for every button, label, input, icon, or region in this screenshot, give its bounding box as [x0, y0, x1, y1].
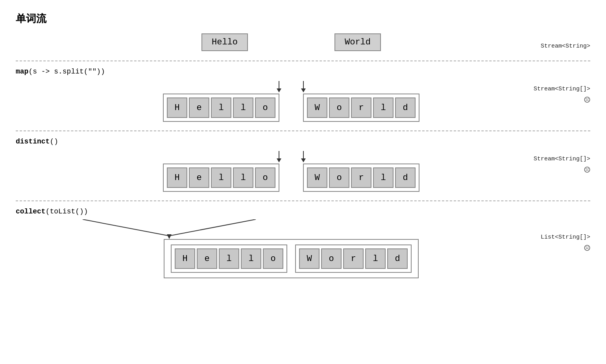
coll-l3: l [365, 248, 386, 269]
map-char-l1: l [211, 97, 231, 118]
stream-type-top: Stream<String> [541, 43, 590, 50]
collect-array-hello: H e l l o [171, 245, 287, 273]
divider-3 [16, 200, 590, 201]
distinct-op-bold: distinct [16, 138, 50, 145]
arrow-down-hello-map [279, 81, 279, 92]
collect-op-bold: collect [16, 208, 46, 215]
coll-o2: o [321, 248, 342, 269]
dist-d: d [395, 167, 416, 188]
svg-line-1 [169, 219, 256, 236]
map-char-e: e [189, 97, 209, 118]
hello-box: Hello [201, 33, 248, 51]
map-op-bold: map [16, 68, 28, 75]
svg-line-0 [83, 219, 169, 236]
map-arrays: H e l l o W o r l d [0, 94, 590, 122]
divider-2 [16, 131, 590, 131]
distinct-section: distinct() H e l l o W o r l [16, 134, 590, 198]
coll-o: o [263, 248, 283, 269]
dist-H: H [167, 167, 187, 188]
collect-op-label: collect(toList()) [16, 208, 590, 215]
map-char-d: d [395, 97, 416, 118]
map-char-r: r [351, 97, 371, 118]
map-char-o2: o [329, 97, 349, 118]
map-right-label: Stream<String[]> ☹ [534, 86, 590, 107]
collect-sad-face: ☹ [584, 242, 590, 255]
map-char-l2: l [233, 97, 253, 118]
distinct-stream-type: Stream<String[]> [534, 156, 590, 162]
stream-label-top: Stream<String> [541, 42, 590, 50]
converge-arrows-svg [0, 219, 346, 239]
coll-W: W [299, 248, 320, 269]
dist-W: W [307, 167, 327, 188]
collect-outer-wrapper: H e l l o W o r l d [0, 239, 590, 278]
distinct-arrows [0, 149, 590, 164]
map-char-W: W [307, 97, 327, 118]
dist-l1: l [211, 167, 231, 188]
coll-l1: l [219, 248, 239, 269]
dist-o2: o [329, 167, 349, 188]
coll-e: e [197, 248, 217, 269]
dist-e: e [189, 167, 209, 188]
arrow-down-hello-distinct [279, 151, 279, 162]
map-op-args: (s -> s.split("")) [28, 68, 105, 75]
converge-arrowhead [167, 234, 172, 239]
collect-stream-type: List<String[]> [541, 234, 590, 241]
collect-outer-box: H e l l o W o r l d [164, 239, 419, 278]
arrow-down-world-distinct [303, 151, 304, 162]
page-title: 单词流 [16, 12, 590, 26]
map-stream-type: Stream<String[]> [534, 86, 590, 92]
coll-H: H [175, 248, 195, 269]
dist-l2: l [233, 167, 253, 188]
dist-l3: l [373, 167, 394, 188]
world-col: World [334, 33, 381, 51]
diagram: Hello World Stream<String> map(s -> s.sp… [16, 33, 590, 285]
dist-r: r [351, 167, 371, 188]
distinct-sad-face: ☹ [584, 164, 590, 176]
coll-l2: l [241, 248, 261, 269]
hello-col: Hello [201, 33, 248, 51]
map-array-hello: H e l l o [163, 94, 279, 122]
map-sad-face: ☹ [584, 94, 590, 107]
map-char-o: o [255, 97, 275, 118]
distinct-op-label: distinct() [16, 138, 590, 145]
map-array-world: W o r l d [303, 94, 419, 122]
distinct-op-args: () [50, 138, 58, 145]
divider-1 [16, 61, 590, 61]
top-row: Hello World [0, 33, 590, 54]
distinct-right-label: Stream<String[]> ☹ [534, 156, 590, 176]
map-char-l3: l [373, 97, 394, 118]
map-op-label: map(s -> s.split("")) [16, 68, 590, 75]
map-char-H: H [167, 97, 187, 118]
world-box: World [334, 33, 381, 51]
dist-o: o [255, 167, 275, 188]
distinct-array-world: W o r l d [303, 164, 419, 192]
coll-r: r [343, 248, 364, 269]
map-section: map(s -> s.split("")) H e l l o W o r [16, 64, 590, 128]
collect-op-args: (toList()) [46, 208, 88, 215]
collect-right-label: List<String[]> ☹ [541, 234, 590, 255]
arrow-down-world-map [303, 81, 304, 92]
distinct-array-hello: H e l l o [163, 164, 279, 192]
distinct-arrays: H e l l o W o r l d [0, 164, 590, 192]
collect-array-world: W o r l d [295, 245, 412, 273]
map-arrows [0, 79, 590, 94]
coll-d: d [387, 248, 408, 269]
collect-section: collect(toList()) H e l l o W [16, 204, 590, 285]
